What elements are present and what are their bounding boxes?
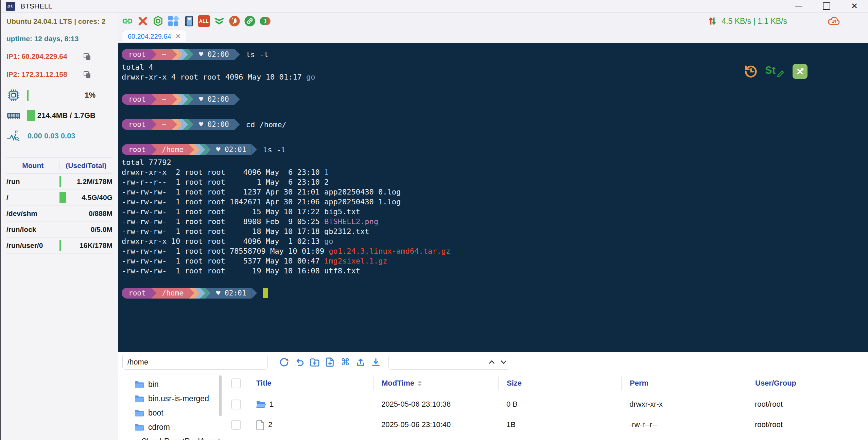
new-file-button[interactable]: [324, 356, 336, 368]
apps-grid-button[interactable]: [168, 15, 179, 27]
row-checkbox[interactable]: [231, 420, 241, 430]
close-button[interactable]: ✕: [847, 1, 862, 11]
share-link-button[interactable]: [244, 15, 256, 27]
cloud-sync-button[interactable]: [827, 15, 841, 27]
terminal[interactable]: root~♥ 02:00ls -ltotal 4drwxr-xr-x 4 roo…: [118, 43, 868, 352]
download-button[interactable]: [370, 356, 382, 368]
powerline-separator: [188, 94, 193, 105]
tree-scrollbar[interactable]: [219, 375, 222, 416]
table-row[interactable]: [224, 435, 868, 440]
tree-item-label: boot: [148, 408, 163, 418]
cpu-icon: [6, 88, 21, 102]
tree-item[interactable]: bin: [120, 377, 220, 391]
file-icon: [256, 420, 265, 430]
copy-ip1-button[interactable]: [83, 52, 91, 61]
session-toggle-button[interactable]: [259, 15, 271, 27]
powerline-separator: [200, 288, 205, 299]
folder-open-icon: [256, 400, 266, 409]
powerline-separator: [151, 119, 157, 130]
prompt-user: root: [122, 94, 151, 105]
find-previous-button[interactable]: [486, 355, 498, 369]
history-button[interactable]: [743, 64, 758, 79]
connect-button[interactable]: [122, 15, 133, 27]
row-perm: drwxr-xr-x: [621, 400, 747, 409]
table-row[interactable]: 1 2025-05-06 23:10:38 0 B drwxr-xr-x roo…: [224, 394, 868, 414]
upload-button[interactable]: [354, 356, 367, 368]
column-size[interactable]: Size: [498, 376, 621, 390]
select-all-checkbox[interactable]: [231, 378, 241, 388]
folder-icon: [134, 437, 137, 440]
undo-button[interactable]: [293, 356, 306, 368]
memory-usage-bar: [27, 110, 35, 121]
uptime: uptime: 12 days, 8:13: [6, 35, 112, 43]
column-usergroup[interactable]: User/Group: [747, 376, 868, 390]
expand-button[interactable]: [213, 15, 225, 27]
mount-row: /run1.2M/178M: [6, 174, 112, 190]
terminal-line: -rw-rw-rw- 1 root root 15 May 10 17:22 b…: [122, 207, 868, 217]
memory-usage: 214.4MB / 1.7GB: [37, 111, 96, 120]
hex-nut-icon: [152, 15, 164, 27]
folder-icon: [134, 408, 144, 417]
all-sessions-button[interactable]: ALL: [198, 15, 210, 27]
mount-name: /dev/shm: [6, 209, 59, 218]
copy-ip2-button[interactable]: [83, 70, 91, 79]
terminal-line: total 77792: [122, 157, 868, 167]
powerline-separator: [200, 144, 205, 155]
row-checkbox[interactable]: [231, 400, 241, 409]
tree-item[interactable]: bin.usr-is-merged: [120, 391, 220, 406]
column-modtime[interactable]: ModTime: [373, 376, 498, 390]
usage-bar: [59, 192, 66, 203]
terminal-overlay-buttons: St: [743, 64, 808, 79]
terminal-prompt: root~♥ 02:00: [122, 94, 868, 105]
settings-button[interactable]: [152, 15, 164, 27]
launch-button[interactable]: [229, 15, 240, 27]
row-title: 1: [270, 400, 274, 409]
session-tab-label: 60.204.229.64: [128, 33, 171, 40]
terminal-line: -rw-rw-rw- 1 root root 1042671 Apr 30 21…: [122, 197, 868, 207]
session-tab[interactable]: 60.204.229.64 ✕: [122, 30, 187, 43]
row-modtime: 2025-05-06 23:10:40: [373, 420, 498, 429]
row-usergroup: root/root: [747, 420, 868, 429]
maximize-button[interactable]: [819, 1, 834, 11]
tree-item[interactable]: CloudrResetPwdAgent: [120, 434, 220, 440]
mount-usage: 1.2M/178M: [59, 177, 112, 186]
column-title[interactable]: Title: [248, 376, 373, 390]
disconnect-button[interactable]: [137, 15, 149, 27]
terminal-line: drwxr-xr-x 10 root root 4096 May 1 02:13…: [122, 236, 868, 246]
minimize-button[interactable]: [791, 1, 806, 11]
tree-item-label: CloudrResetPwdAgent: [141, 437, 220, 440]
mount-row: /run/lock0/5.0M: [6, 222, 112, 238]
column-perm[interactable]: Perm: [621, 376, 747, 390]
command-button[interactable]: ⌘: [339, 356, 351, 368]
powerline-separator: [151, 144, 157, 155]
mount-name: /run: [6, 177, 59, 186]
tree-item[interactable]: cdrom: [120, 420, 220, 434]
file-filter-input[interactable]: [389, 356, 486, 369]
cloud-icon: [827, 15, 841, 27]
tools-button[interactable]: [793, 64, 808, 79]
rocket-icon: [229, 15, 240, 27]
powerline-separator: [205, 144, 211, 155]
mount-usage: 0/888M: [59, 209, 112, 218]
new-folder-button[interactable]: [309, 356, 321, 368]
sort-icon[interactable]: [418, 380, 422, 386]
powerline-separator: [235, 119, 240, 130]
prompt-user: root: [122, 288, 151, 299]
command-icon: ⌘: [341, 357, 350, 368]
file-manager: ⌘: [118, 352, 868, 440]
tree-item[interactable]: boot: [120, 406, 220, 420]
st-label: St: [765, 64, 776, 77]
terminal-line: -rw-rw-rw- 1 root root 18 May 10 17:18 g…: [122, 226, 868, 236]
folder-plus-icon: [309, 357, 320, 368]
path-input[interactable]: [122, 355, 268, 370]
prompt-time: ♥ 02:00: [193, 119, 235, 130]
tab-close-icon[interactable]: ✕: [175, 33, 181, 40]
powerline-separator: [151, 288, 157, 299]
table-row[interactable]: 2 2025-05-06 23:10:40 1B -rw-r--r-- root…: [224, 414, 868, 435]
refresh-button[interactable]: [278, 356, 290, 368]
double-chevron-down-icon: [213, 15, 225, 27]
string-edit-button[interactable]: St: [765, 64, 786, 79]
find-next-button[interactable]: [498, 355, 510, 369]
notebook-button[interactable]: [183, 15, 194, 27]
mount-table-header: Mount (Used/Total): [6, 157, 112, 174]
